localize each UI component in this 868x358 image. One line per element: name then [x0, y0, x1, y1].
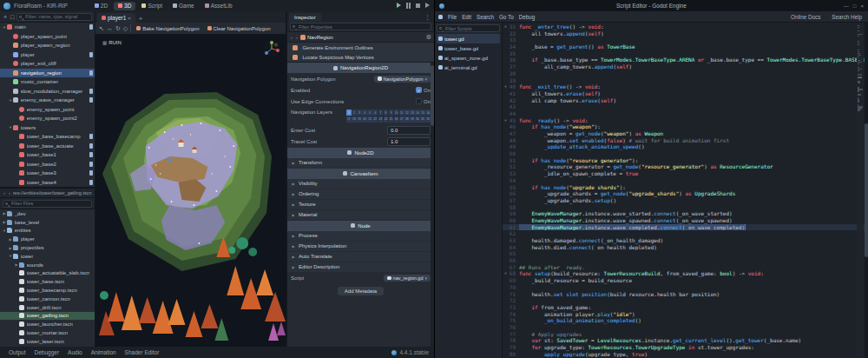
scene-tree-item[interactable]: navigation_region [0, 69, 95, 78]
menu-debug[interactable]: Debug [516, 13, 538, 21]
layer-cell[interactable]: 6 [372, 109, 378, 116]
select-tool-icon[interactable]: ↖ [99, 25, 104, 31]
layer-cell[interactable]: 4 [362, 109, 367, 116]
menu-edit[interactable]: Edit [459, 13, 474, 21]
checkbox[interactable] [416, 98, 422, 104]
layer-cell[interactable]: 17 [346, 116, 352, 123]
layer-cell[interactable]: 23 [378, 116, 384, 123]
layer-cell[interactable]: 11 [399, 109, 404, 116]
scene-tree-item[interactable]: tower_base2 [0, 160, 95, 169]
layer-cell[interactable]: 13 [410, 109, 415, 116]
filesystem-item[interactable]: tower_laser.tscn [0, 337, 95, 346]
menu-go-to[interactable]: Go To [496, 13, 516, 21]
scene-tree-item[interactable]: tower_base4 [0, 178, 95, 188]
scene-tree-item[interactable]: tower_base3 [0, 169, 95, 178]
filesystem-item[interactable]: ▶sounds [0, 261, 95, 269]
filesystem-item[interactable]: tower_cannon.tscn [0, 295, 95, 303]
code-scrollbar[interactable] [865, 23, 868, 358]
add-node-button[interactable]: + [3, 14, 8, 20]
script-badge-icon[interactable] [89, 152, 94, 157]
script-badge-icon[interactable] [89, 162, 94, 167]
filesystem-item[interactable]: tower_basecamp.tscn [0, 286, 95, 295]
fold-arrow-icon[interactable]: ▼ [503, 117, 509, 124]
number-field[interactable]: 0.0 [387, 126, 431, 135]
fold-arrow-icon[interactable]: ▼ [503, 270, 509, 277]
axis-gizmo[interactable] [262, 39, 281, 58]
scene-tree-item[interactable]: tower_base_actuate [0, 142, 95, 151]
script-badge-icon[interactable] [89, 24, 94, 30]
clear-navigation-button[interactable]: Clear NavigationPolygon [205, 25, 273, 32]
mode-tab-script[interactable]: Script [137, 2, 167, 10]
code-editor[interactable]: ▼31func _enter_tree() -> void:32 all_tow… [503, 23, 868, 358]
fold-arrow-icon[interactable]: ▼ [503, 23, 509, 30]
layer-cell[interactable]: 8 [384, 109, 389, 116]
mode-tab-assetlib[interactable]: AssetLib [201, 2, 237, 10]
panel-toggle-animation[interactable]: Animation [88, 348, 120, 356]
panel-toggle-shader-editor[interactable]: Shader Editor [122, 348, 163, 356]
scene-tree-item[interactable]: player_spawn_region [0, 41, 95, 50]
checkbox[interactable]: ✓ [416, 87, 422, 93]
layer-cell[interactable]: 29 [410, 116, 415, 123]
layer-cell[interactable]: 22 [372, 116, 378, 123]
layer-cell[interactable]: 24 [384, 116, 389, 123]
inspector-group[interactable]: ▶Editor Description [287, 262, 434, 273]
layer-cell[interactable]: 31 [420, 116, 425, 123]
panel-menu-icon[interactable]: ⋮ [423, 12, 432, 22]
layer-cell[interactable]: 14 [415, 109, 420, 116]
resource-picker[interactable]: nav_region.gd▾ [384, 275, 431, 282]
tab-inspector[interactable]: Inspector [289, 13, 321, 22]
layer-cell[interactable]: 30 [415, 116, 420, 123]
inspector-menu-item[interactable]: Locate Suspicious Map Vertices [287, 52, 434, 62]
forward-icon[interactable]: › [8, 190, 11, 196]
search-help-button[interactable]: Search Help [829, 13, 865, 21]
inspector-scrollbar[interactable] [431, 63, 434, 347]
menu-file[interactable]: File [445, 13, 459, 21]
inspector-menu-item[interactable]: Generate Environment Outlines [287, 43, 434, 52]
scene-tree-item[interactable]: ▼main [0, 23, 95, 32]
history-back-icon[interactable]: ‹ [290, 35, 293, 40]
script-list-item[interactable]: ai_spawn_zone.gd [437, 53, 500, 63]
layers-grid[interactable]: 1234567891011121314151617181920212223242… [346, 109, 431, 123]
scene-tree-item[interactable]: player_exit_cliff [0, 59, 95, 69]
scene-tree-item[interactable]: ▼towers [0, 123, 95, 133]
inspector-group[interactable]: ▶Ordering [287, 189, 434, 200]
layer-cell[interactable]: 9 [389, 109, 394, 116]
script-editor-titlebar[interactable]: Script Editor - Godot Engine —□× [435, 0, 868, 11]
history-forward-icon[interactable]: › [295, 35, 299, 40]
script-badge-icon[interactable] [89, 143, 94, 149]
scene-tab[interactable]: player1 × [97, 13, 135, 23]
add-metadata-button[interactable]: Add Metadata [338, 287, 384, 295]
filesystem-item[interactable]: ▼entities [0, 227, 95, 235]
back-icon[interactable]: ‹ [3, 190, 6, 196]
scene-tree-item[interactable]: slow_modulation_manager [0, 87, 95, 96]
menu-search[interactable]: Search [474, 13, 496, 21]
layer-cell[interactable]: 5 [367, 109, 372, 116]
mode-tab-3d[interactable]: 3D [114, 2, 135, 10]
minimize-button[interactable]: — [844, 3, 849, 9]
script-list-item[interactable]: tower_base.gd [437, 43, 500, 53]
inspector-filter-input[interactable]: Filter Properties [290, 23, 431, 30]
online-docs-button[interactable]: Online Docs [788, 13, 823, 21]
filesystem-item[interactable]: tower_mortar.tscn [0, 328, 95, 337]
inspector-group[interactable]: ▶Material [287, 210, 434, 221]
scene-tree-item[interactable]: enemy_spawn_point2 [0, 114, 95, 123]
inspector-group[interactable]: ▶Physics Interpolation [287, 242, 434, 252]
layer-cell[interactable]: 1 [346, 109, 352, 116]
panel-toggle-audio[interactable]: Audio [64, 348, 86, 356]
filesystem-item[interactable]: ▶base_level [0, 218, 95, 227]
play-scene-button[interactable] [424, 3, 431, 9]
new-scene-tab-button[interactable]: + [135, 15, 147, 23]
layer-cell[interactable]: 15 [420, 109, 425, 116]
layer-cell[interactable]: 20 [362, 116, 367, 123]
stop-button[interactable] [415, 3, 421, 9]
script-badge-icon[interactable] [89, 134, 94, 139]
layer-cell[interactable]: 7 [378, 109, 384, 116]
script-badge-icon[interactable] [89, 180, 94, 185]
script-list-item[interactable]: ai_terminal.gd [437, 63, 500, 72]
layer-cell[interactable]: 2 [352, 109, 357, 116]
scene-tree-item[interactable]: enemy_spawn_point [0, 105, 95, 115]
maximize-button[interactable]: □ [853, 3, 857, 9]
script-badge-icon[interactable] [89, 89, 94, 94]
layer-cell[interactable]: 25 [389, 116, 394, 123]
inspector-group[interactable]: ▶Transform [287, 158, 434, 169]
